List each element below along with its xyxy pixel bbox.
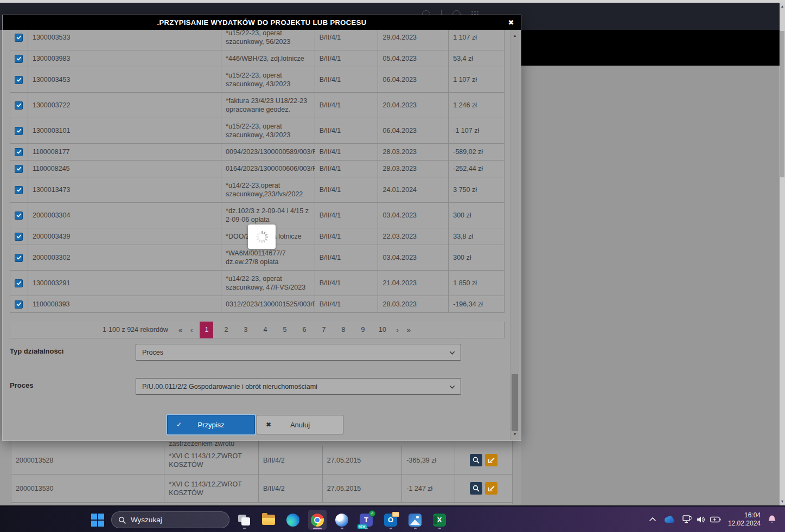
expense-id: 1300013473	[28, 177, 221, 202]
system-tray: 16:04 12.02.2024	[649, 507, 776, 532]
edit-button[interactable]	[485, 454, 497, 466]
row-checkbox-checked[interactable]	[15, 101, 23, 110]
chrome-button[interactable]	[308, 510, 327, 530]
table-row: 1300013473 *u14/22-23,operat szacunkowy,…	[10, 177, 504, 203]
modal-scrollbar[interactable]: ▲ ▼	[510, 30, 519, 440]
onedrive-icon[interactable]	[663, 516, 675, 523]
expense-amount: 1 107 zł	[449, 30, 504, 50]
battery-icon[interactable]	[710, 516, 721, 523]
row-checkbox-checked[interactable]	[15, 233, 23, 241]
expense-amount: 1 850 zł	[449, 271, 504, 296]
outlook-icon: O	[384, 514, 397, 527]
page-number[interactable]: 1	[200, 322, 213, 338]
page-number[interactable]: 10	[375, 322, 389, 338]
edit-button[interactable]	[485, 482, 497, 495]
view-details-button[interactable]	[470, 482, 482, 495]
x-icon: ✖	[266, 421, 271, 428]
view-details-button[interactable]	[470, 454, 482, 466]
row-checkbox-checked[interactable]	[15, 34, 23, 42]
pagination-prev[interactable]: ‹	[189, 326, 194, 334]
row-checkbox-checked[interactable]	[15, 186, 23, 194]
table-row: 1300003453 *u15/22-23, operat szacunkowy…	[10, 67, 504, 93]
expense-id: 1300003983	[28, 50, 221, 67]
expense-code: B/II/4/1	[315, 50, 379, 67]
table-row: 1100008177 0094/2023/1300000589/003/FZ B…	[10, 144, 504, 161]
page-number[interactable]: 9	[356, 322, 369, 338]
scrollbar-thumb[interactable]	[780, 31, 784, 177]
scroll-up-arrow[interactable]: ▲	[510, 32, 519, 40]
scroll-down-arrow[interactable]: ▼	[510, 431, 519, 438]
expense-date: 22.03.2023	[378, 228, 449, 245]
search-placeholder: Wyszukaj	[131, 516, 162, 524]
activity-type-select[interactable]: Proces	[136, 344, 461, 361]
expense-code: B/II/4/1	[315, 93, 379, 118]
search-icon	[118, 516, 126, 524]
outlook-button[interactable]: O	[381, 510, 400, 530]
expense-id: 1300003533	[28, 30, 221, 50]
file-explorer-button[interactable]	[259, 510, 278, 530]
expense-code: B/II/4/1	[315, 177, 379, 202]
expense-code: B/II/4/1	[315, 296, 379, 312]
row-checkbox-checked[interactable]	[15, 279, 23, 287]
chat-app-button[interactable]	[333, 510, 351, 530]
tray-chevron-up-icon[interactable]	[649, 517, 656, 522]
expense-date: 06.04.2023	[378, 118, 449, 143]
expense-amount: -589,02 zł	[449, 144, 504, 160]
expense-date: 28.03.2023	[378, 144, 449, 160]
row-checkbox-checked[interactable]	[15, 300, 23, 309]
expense-id: 1300003291	[28, 271, 221, 296]
row-checkbox-checked[interactable]	[15, 254, 23, 262]
pagination-next[interactable]: ›	[395, 326, 399, 334]
browser-scrollbar[interactable]: ▲ ▼	[780, 3, 785, 505]
close-icon[interactable]: ✖	[506, 17, 516, 27]
expense-id: 1100008177	[28, 144, 221, 160]
scroll-up-arrow[interactable]: ▲	[780, 3, 785, 10]
cancel-button[interactable]: ✖ Anuluj	[257, 415, 343, 434]
notification-bell-icon[interactable]	[768, 515, 776, 524]
expense-amount: 33,8 zł	[449, 228, 504, 245]
row-checkbox-checked[interactable]	[15, 211, 23, 220]
network-icon[interactable]	[682, 515, 692, 523]
page-number[interactable]: 8	[336, 322, 350, 338]
process-value: P/U.00.011/2/2 Gospodarowanie i obrót ni…	[142, 383, 317, 390]
page-number[interactable]: 6	[297, 322, 311, 338]
taskbar-clock[interactable]: 16:04 12.02.2024	[728, 511, 761, 528]
pagination-last[interactable]: »	[406, 326, 412, 334]
row-checkbox-checked[interactable]	[15, 165, 23, 173]
excel-button[interactable]: X	[430, 510, 449, 530]
process-label: Proces	[10, 381, 33, 389]
activity-type-label: Typ działalności	[10, 347, 63, 355]
expense-code: B/II/4/1	[315, 144, 379, 160]
edge-button[interactable]	[284, 510, 302, 530]
pagination-first[interactable]: «	[177, 326, 183, 334]
pagination: 1-100 z 924 rekordów « ‹ 12345678910 › »	[10, 322, 505, 338]
row-checkbox-checked[interactable]	[15, 76, 23, 84]
teams-icon: T NEW ✓	[360, 514, 373, 527]
expense-date: 27.05.2015	[323, 446, 403, 474]
process-select[interactable]: P/U.00.011/2/2 Gospodarowanie i obrót ni…	[136, 378, 461, 395]
page-number[interactable]: 4	[258, 322, 272, 338]
expense-description: *u15/22-23, operat szacunkowy, 56/2023	[221, 30, 315, 50]
teams-button[interactable]: T NEW ✓	[357, 510, 375, 530]
task-view-button[interactable]	[235, 510, 253, 530]
scrollbar-thumb[interactable]	[512, 374, 518, 431]
expense-id: 2000003302	[28, 245, 221, 270]
row-checkbox-checked[interactable]	[15, 55, 23, 63]
page-number[interactable]: 7	[317, 322, 330, 338]
expense-code: B/II/4/2	[259, 475, 323, 502]
page-number[interactable]: 3	[239, 322, 252, 338]
photos-button[interactable]	[406, 510, 424, 530]
expense-code: B/II/4/2	[259, 446, 323, 474]
volume-icon[interactable]	[697, 516, 705, 523]
expense-description: 0312/2023/1300001525/003/FZ/	[221, 296, 315, 312]
page-number[interactable]: 2	[219, 322, 233, 338]
taskbar-search[interactable]: Wyszukaj	[111, 511, 229, 528]
row-checkbox-checked[interactable]	[15, 127, 23, 135]
assign-button[interactable]: ✓ Przypisz	[167, 415, 255, 434]
start-button[interactable]	[91, 514, 104, 527]
folder-icon	[262, 515, 275, 525]
chat-app-icon	[335, 514, 348, 527]
page-number[interactable]: 5	[278, 322, 291, 338]
row-checkbox-checked[interactable]	[15, 148, 23, 156]
scroll-down-arrow[interactable]: ▼	[780, 498, 785, 505]
